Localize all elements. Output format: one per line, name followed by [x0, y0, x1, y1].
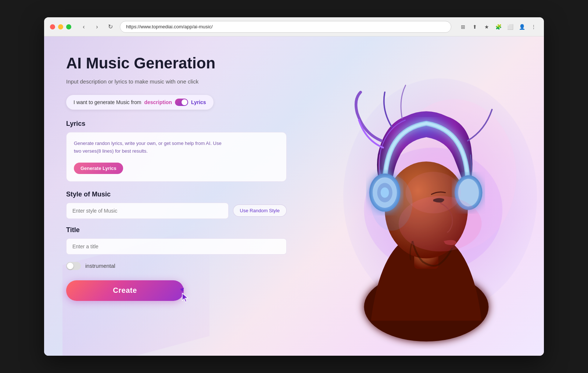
reload-button[interactable]: ↻	[105, 22, 115, 32]
forward-button[interactable]: ›	[92, 22, 102, 32]
mode-toggle-switch[interactable]	[175, 99, 188, 106]
browser-window: ‹ › ↻ https://www.topmediai.com/app/ai-m…	[44, 17, 544, 356]
instrumental-label: instrumental	[85, 263, 115, 269]
minimize-button[interactable]	[58, 24, 63, 29]
toggle-description-label: description	[144, 99, 172, 105]
title-input[interactable]	[66, 238, 287, 255]
page-title: AI Music Generation	[66, 54, 287, 72]
profile-icon[interactable]: 👤	[517, 22, 526, 31]
extensions-icon[interactable]: 🧩	[494, 22, 503, 31]
maximize-button[interactable]	[66, 24, 71, 29]
instrumental-toggle[interactable]	[66, 262, 81, 270]
page-content: AI Music Generation Input description or…	[44, 36, 544, 356]
title-bar: ‹ › ↻ https://www.topmediai.com/app/ai-m…	[44, 17, 544, 36]
tab-icon[interactable]: ⊞	[459, 22, 467, 31]
random-style-button[interactable]: Use Random Style	[233, 205, 287, 217]
style-label: Style of Music	[66, 191, 287, 198]
title-label: Title	[66, 226, 287, 234]
style-row: Use Random Style	[66, 203, 287, 219]
hero-image	[309, 36, 544, 356]
address-bar[interactable]: https://www.topmediai.com/app/ai-music/	[120, 21, 451, 33]
create-button[interactable]: Create	[66, 280, 184, 301]
cursor-pointer	[181, 289, 190, 298]
bookmark-icon[interactable]: ★	[482, 22, 491, 31]
toggle-lyrics-label: Lyrics	[191, 99, 206, 105]
lyrics-box[interactable]: Generate randon lyrics, write your own, …	[66, 132, 287, 182]
share-icon[interactable]: ⬆	[470, 22, 479, 31]
traffic-lights	[50, 24, 71, 29]
page-subtitle: Input description or lyrics to make musi…	[66, 78, 287, 85]
menu-icon[interactable]: ⋮	[529, 22, 538, 31]
lyrics-placeholder: Generate randon lyrics, write your own, …	[74, 140, 279, 155]
svg-point-13	[406, 172, 461, 213]
close-button[interactable]	[50, 24, 55, 29]
svg-point-14	[371, 175, 412, 231]
toolbar-icons: ⊞ ⬆ ★ 🧩 ⬜ 👤 ⋮	[459, 22, 538, 31]
sidebar-icon[interactable]: ⬜	[506, 22, 514, 31]
lyrics-label: Lyrics	[66, 120, 287, 128]
mode-toggle-pill[interactable]: I want to generate Music from descriptio…	[66, 95, 214, 110]
style-input[interactable]	[66, 203, 229, 219]
left-panel: AI Music Generation Input description or…	[44, 36, 309, 356]
nav-buttons: ‹ › ↻	[79, 22, 115, 32]
toggle-prefix: I want to generate Music from	[74, 99, 141, 105]
instrumental-row: instrumental	[66, 262, 287, 270]
generate-lyrics-button[interactable]: Generate Lyrics	[74, 163, 123, 174]
right-panel	[309, 36, 544, 356]
back-button[interactable]: ‹	[79, 22, 89, 32]
